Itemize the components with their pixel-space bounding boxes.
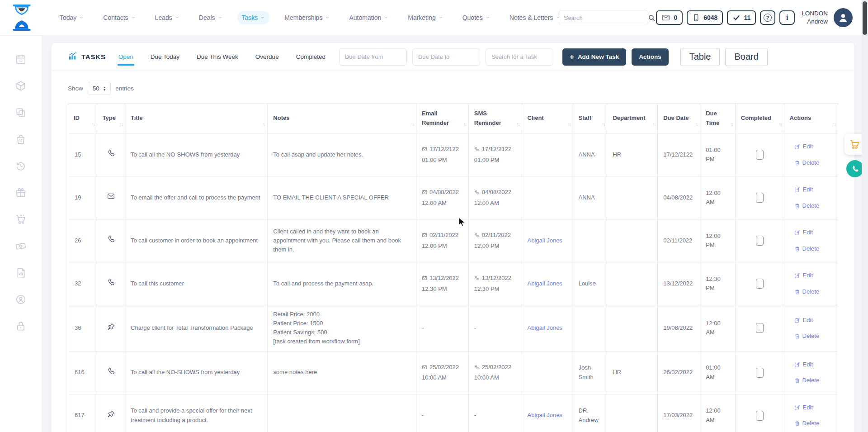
sort-icon[interactable]: ↑↓ <box>652 121 655 128</box>
edit-link[interactable]: Edit <box>794 403 813 412</box>
sort-icon[interactable]: ↑↓ <box>779 121 782 128</box>
mail-counter-badge[interactable]: 0 <box>656 10 683 25</box>
column-header-actions[interactable]: Actions↑↓ <box>784 104 838 133</box>
call-float-button[interactable] <box>846 160 863 177</box>
entries-select[interactable]: 50 ▲▼ <box>88 82 111 95</box>
delete-link[interactable]: Delete <box>794 287 820 296</box>
client-link[interactable]: Abigail Jones <box>528 237 562 244</box>
completed-checkbox[interactable] <box>756 411 764 421</box>
edit-link[interactable]: Edit <box>794 228 813 237</box>
scrollbar-track[interactable] <box>862 0 868 432</box>
task-counter-badge[interactable]: 11 <box>727 10 756 25</box>
global-search[interactable] <box>559 10 648 25</box>
phone-counter-badge[interactable]: 6048 <box>687 10 723 25</box>
due-date-to-input[interactable] <box>412 48 480 66</box>
sort-icon[interactable]: ↑↓ <box>262 121 265 128</box>
nav-item-memberships[interactable]: Memberships <box>280 11 334 24</box>
sort-icon[interactable]: ↑↓ <box>695 121 698 128</box>
sort-icon[interactable]: ↑↓ <box>411 121 414 128</box>
calendar-icon[interactable]: 12 <box>15 53 27 65</box>
column-header-client[interactable]: Client↑↓ <box>522 104 573 133</box>
nav-item-today[interactable]: Today <box>55 11 88 24</box>
column-header-type[interactable]: Type↑↓ <box>97 104 125 133</box>
client-link[interactable]: Abigail Jones <box>528 324 562 331</box>
delete-link[interactable]: Delete <box>794 158 820 167</box>
table-view-button[interactable]: Table <box>680 48 720 66</box>
column-header-sms-reminder[interactable]: SMS Reminder↑↓ <box>468 104 522 133</box>
sort-icon[interactable]: ↑↓ <box>463 121 466 128</box>
delete-link[interactable]: Delete <box>794 332 820 341</box>
edit-link[interactable]: Edit <box>794 271 813 280</box>
edit-link[interactable]: Edit <box>794 316 813 325</box>
board-view-button[interactable]: Board <box>725 48 767 66</box>
add-new-task-button[interactable]: + Add New Task <box>562 48 626 66</box>
column-header-title[interactable]: Title↑↓ <box>125 104 268 133</box>
task-search-input[interactable] <box>486 48 553 66</box>
tab-due-today[interactable]: Due Today <box>150 51 180 63</box>
account-icon[interactable] <box>15 294 27 305</box>
sort-icon[interactable]: ↑↓ <box>120 121 123 128</box>
tab-overdue[interactable]: Overdue <box>255 51 280 63</box>
client-link[interactable]: Abigail Jones <box>528 280 562 287</box>
completed-checkbox[interactable] <box>756 368 764 378</box>
sort-icon[interactable]: ↑↓ <box>92 121 94 128</box>
help-button[interactable]: ? <box>760 10 775 25</box>
tab-completed[interactable]: Completed <box>295 51 326 63</box>
info-icon: i <box>786 14 788 22</box>
edit-link[interactable]: Edit <box>794 142 813 151</box>
sort-icon[interactable]: ↑↓ <box>833 121 835 128</box>
edit-link[interactable]: Edit <box>794 185 813 194</box>
nav-item-tasks[interactable]: Tasks <box>237 11 270 24</box>
column-header-due-date[interactable]: Due Date↑↓ <box>658 104 700 133</box>
email-type-icon <box>97 176 125 219</box>
completed-checkbox[interactable] <box>756 279 764 289</box>
search-icon[interactable] <box>648 14 656 22</box>
sort-icon[interactable]: ↑↓ <box>730 121 733 128</box>
search-input[interactable] <box>559 14 648 21</box>
column-header-email-reminder[interactable]: Email Reminder↑↓ <box>416 104 469 133</box>
report-icon[interactable] <box>15 267 27 279</box>
delete-link[interactable]: Delete <box>794 376 820 385</box>
client-link[interactable]: Abigail Jones <box>528 412 562 418</box>
gift-icon[interactable] <box>15 187 27 199</box>
column-header-completed[interactable]: Completed↑↓ <box>735 104 784 133</box>
column-header-due-time[interactable]: Due Time↑↓ <box>700 104 736 133</box>
delete-link[interactable]: Delete <box>794 419 820 428</box>
column-header-department[interactable]: Department↑↓ <box>607 104 658 133</box>
package-icon[interactable] <box>15 80 27 92</box>
completed-checkbox[interactable] <box>756 323 764 333</box>
cart-icon[interactable] <box>15 214 27 225</box>
nav-item-notes-letters[interactable]: Notes & Letters <box>505 11 565 24</box>
user-avatar[interactable] <box>834 8 853 27</box>
shopping-bag-icon[interactable] <box>15 133 27 145</box>
delete-link[interactable]: Delete <box>794 244 820 253</box>
info-button[interactable]: i <box>779 10 795 25</box>
completed-checkbox[interactable] <box>756 150 764 160</box>
column-header-staff[interactable]: Staff↑↓ <box>573 104 607 133</box>
completed-checkbox[interactable] <box>756 193 764 203</box>
edit-link[interactable]: Edit <box>794 360 813 369</box>
due-date-from-input[interactable] <box>339 48 407 66</box>
nav-item-quotes[interactable]: Quotes <box>458 11 495 24</box>
lock-icon[interactable] <box>15 320 27 332</box>
hourglass-logo-icon[interactable] <box>11 5 33 31</box>
completed-checkbox[interactable] <box>756 236 764 246</box>
actions-button[interactable]: Actions <box>632 48 669 66</box>
nav-item-automation[interactable]: Automation <box>344 11 393 24</box>
tab-due-this-week[interactable]: Due This Week <box>196 51 239 63</box>
money-icon[interactable] <box>15 240 27 252</box>
nav-item-contacts[interactable]: Contacts <box>99 11 140 24</box>
history-icon[interactable] <box>15 160 27 172</box>
delete-link[interactable]: Delete <box>794 201 820 210</box>
nav-item-deals[interactable]: Deals <box>194 11 227 24</box>
sort-icon[interactable]: ↑↓ <box>517 121 519 128</box>
copy-icon[interactable] <box>15 107 27 119</box>
tab-open[interactable]: Open <box>118 51 134 63</box>
scrollbar-thumb[interactable] <box>863 1 867 35</box>
sort-icon[interactable]: ↑↓ <box>568 121 571 128</box>
nav-item-leads[interactable]: Leads <box>151 11 184 24</box>
nav-item-marketing[interactable]: Marketing <box>403 11 447 24</box>
column-header-id[interactable]: ID↑↓ <box>68 104 97 133</box>
column-header-notes[interactable]: Notes↑↓ <box>268 104 416 133</box>
sort-icon[interactable]: ↑↓ <box>602 121 604 128</box>
